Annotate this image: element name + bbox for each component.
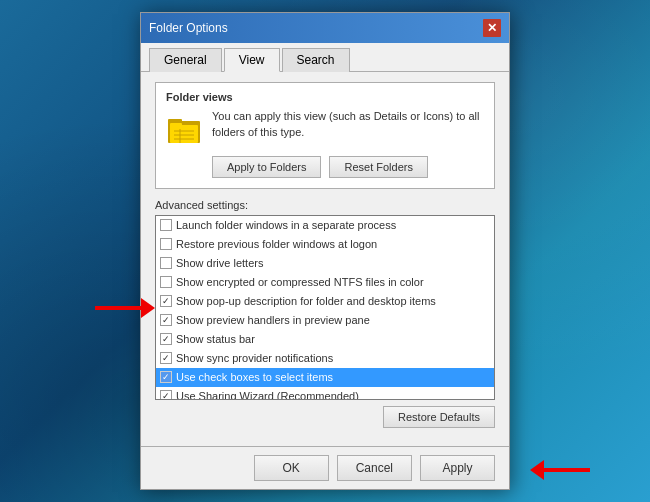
list-item[interactable]: ✓ Show status bar: [156, 330, 494, 349]
checkbox-icon[interactable]: [160, 219, 172, 231]
advanced-settings-listbox[interactable]: Launch folder windows in a separate proc…: [155, 215, 495, 400]
folder-options-dialog: Folder Options ✕ General View Search Fol…: [140, 12, 510, 490]
list-item-label: Use check boxes to select items: [176, 369, 333, 386]
advanced-settings-label: Advanced settings:: [155, 199, 495, 211]
folder-views-group: Folder views: [155, 82, 495, 189]
svg-rect-1: [168, 119, 182, 123]
checkbox-icon[interactable]: ✓: [160, 314, 172, 326]
list-item[interactable]: Show encrypted or compressed NTFS files …: [156, 273, 494, 292]
title-bar: Folder Options ✕: [141, 13, 509, 43]
dialog-bottom-buttons: OK Cancel Apply: [141, 446, 509, 489]
list-item-label: Launch folder windows in a separate proc…: [176, 217, 396, 234]
folder-views-label: Folder views: [166, 91, 484, 103]
tab-bar: General View Search: [141, 43, 509, 72]
list-item-label: Show pop-up description for folder and d…: [176, 293, 436, 310]
list-item[interactable]: Launch folder windows in a separate proc…: [156, 216, 494, 235]
list-item[interactable]: ✓ Use Sharing Wizard (Recommended): [156, 387, 494, 400]
apply-button[interactable]: Apply: [420, 455, 495, 481]
left-arrow-indicator: [95, 298, 155, 318]
apply-to-folders-button[interactable]: Apply to Folders: [212, 156, 321, 178]
list-item-label: Use Sharing Wizard (Recommended): [176, 388, 359, 400]
tab-general[interactable]: General: [149, 48, 222, 72]
checkbox-icon[interactable]: ✓: [160, 390, 172, 400]
list-item[interactable]: ✓ Show sync provider notifications: [156, 349, 494, 368]
folder-views-inner: You can apply this view (such as Details…: [166, 109, 484, 148]
folder-views-buttons: Apply to Folders Reset Folders: [212, 156, 484, 178]
list-item[interactable]: Show drive letters: [156, 254, 494, 273]
checkbox-icon[interactable]: [160, 257, 172, 269]
tab-view[interactable]: View: [224, 48, 280, 72]
checkbox-icon[interactable]: [160, 238, 172, 250]
list-item-label: Show sync provider notifications: [176, 350, 333, 367]
list-item[interactable]: ✓ Show pop-up description for folder and…: [156, 292, 494, 311]
list-item-highlighted[interactable]: ✓ Use check boxes to select items: [156, 368, 494, 387]
dialog-title: Folder Options: [149, 21, 228, 35]
checkbox-icon[interactable]: ✓: [160, 295, 172, 307]
restore-defaults-row: Restore Defaults: [155, 406, 495, 428]
checkbox-icon[interactable]: ✓: [160, 371, 172, 383]
checkbox-icon[interactable]: ✓: [160, 333, 172, 345]
folder-icon: [166, 111, 202, 147]
checkbox-icon[interactable]: ✓: [160, 352, 172, 364]
cancel-button[interactable]: Cancel: [337, 455, 412, 481]
right-arrow-indicator: [530, 460, 590, 480]
reset-folders-button[interactable]: Reset Folders: [329, 156, 427, 178]
dialog-content: Folder views: [141, 72, 509, 446]
list-item-label: Show encrypted or compressed NTFS files …: [176, 274, 424, 291]
svg-rect-2: [170, 125, 198, 143]
folder-views-description: You can apply this view (such as Details…: [212, 109, 484, 140]
list-item[interactable]: ✓ Show preview handlers in preview pane: [156, 311, 494, 330]
list-item[interactable]: Restore previous folder windows at logon: [156, 235, 494, 254]
close-button[interactable]: ✕: [483, 19, 501, 37]
tab-search[interactable]: Search: [282, 48, 350, 72]
ok-button[interactable]: OK: [254, 455, 329, 481]
checkbox-icon[interactable]: [160, 276, 172, 288]
list-item-label: Show drive letters: [176, 255, 263, 272]
list-item-label: Show preview handlers in preview pane: [176, 312, 370, 329]
list-item-label: Show status bar: [176, 331, 255, 348]
list-item-label: Restore previous folder windows at logon: [176, 236, 377, 253]
svg-rect-3: [170, 123, 182, 127]
restore-defaults-button[interactable]: Restore Defaults: [383, 406, 495, 428]
